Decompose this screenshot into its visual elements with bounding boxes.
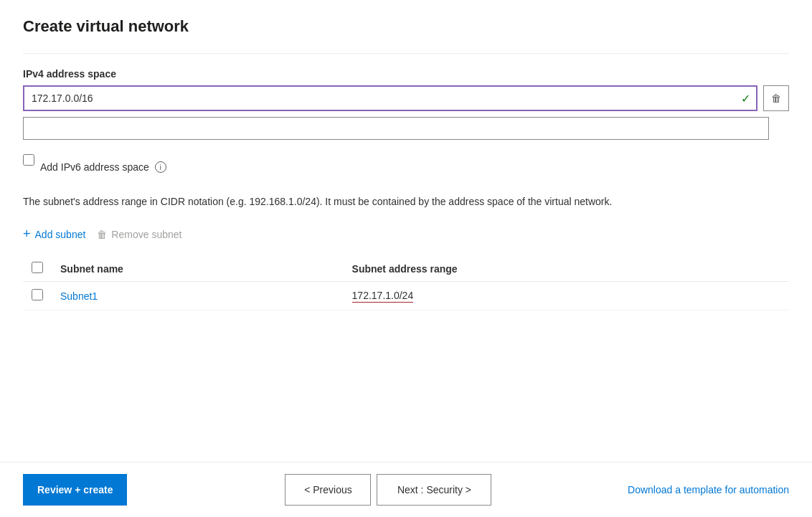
add-subnet-button[interactable]: + Add subnet [23, 224, 85, 245]
ipv6-info-icon[interactable]: i [155, 161, 166, 173]
previous-button[interactable]: < Previous [285, 474, 371, 506]
remove-subnet-button[interactable]: 🗑 Remove subnet [97, 226, 181, 243]
subnet-name-link[interactable]: Subnet1 [60, 290, 98, 302]
footer: Review + create < Previous Next : Securi… [0, 462, 812, 517]
subnet-table-header: Subnet name Subnet address range [23, 256, 789, 282]
row-checkbox-cell [23, 282, 52, 310]
subnet-address-value: 172.17.1.0/24 [352, 290, 414, 303]
ipv4-label: IPv4 address space [23, 68, 789, 80]
section-divider [23, 53, 789, 54]
delete-ipv4-button[interactable]: 🗑 [763, 85, 789, 111]
page-title: Create virtual network [23, 17, 789, 36]
subnet-table: Subnet name Subnet address range Subnet1… [23, 256, 789, 310]
plus-icon: + [23, 227, 31, 242]
ipv6-label: Add IPv6 address space [40, 161, 149, 173]
subnet-name-cell: Subnet1 [52, 282, 344, 310]
next-security-button[interactable]: Next : Security > [377, 474, 491, 506]
subnet-name-header: Subnet name [52, 256, 344, 282]
add-subnet-label: Add subnet [35, 229, 86, 240]
ipv6-checkbox-row: Add IPv6 address space i [23, 154, 789, 180]
ipv4-row: ✓ 🗑 [23, 85, 789, 111]
trash-icon: 🗑 [771, 93, 781, 104]
cidr-description: The subnet's address range in CIDR notat… [23, 194, 769, 209]
select-all-checkbox[interactable] [32, 262, 43, 273]
ipv6-checkbox[interactable] [23, 154, 34, 166]
table-row: Subnet1 172.17.1.0/24 [23, 282, 789, 310]
review-create-button[interactable]: Review + create [23, 474, 127, 506]
select-all-header [23, 256, 52, 282]
ipv4-second-row [23, 117, 789, 154]
subnet-actions: + Add subnet 🗑 Remove subnet [23, 224, 789, 245]
ipv4-second-input[interactable] [23, 117, 769, 140]
download-template-link[interactable]: Download a template for automation [628, 484, 789, 495]
checkmark-icon: ✓ [741, 92, 750, 105]
subnet-address-cell: 172.17.1.0/24 [344, 282, 789, 310]
subnet-address-header: Subnet address range [344, 256, 789, 282]
ipv4-address-input[interactable] [23, 85, 757, 111]
remove-trash-icon: 🗑 [97, 229, 107, 240]
subnet-row-checkbox[interactable] [32, 289, 43, 300]
remove-subnet-label: Remove subnet [111, 229, 181, 240]
ipv4-input-wrapper: ✓ [23, 85, 757, 111]
